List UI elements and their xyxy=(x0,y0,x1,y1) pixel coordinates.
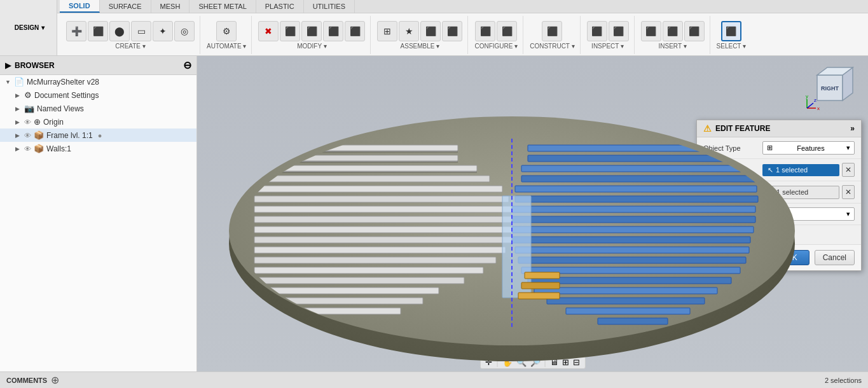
sidebar-item-origin[interactable]: ▶ 👁 ⊕ Origin xyxy=(0,115,196,128)
assemble-new-icon[interactable]: ⊞ xyxy=(377,21,397,41)
configure-1-icon[interactable]: ⬛ xyxy=(475,21,495,41)
browser-header-left: ▶ BROWSER xyxy=(5,61,55,70)
origin-label: Origin xyxy=(43,118,64,127)
insert-dxf-icon[interactable]: ⬛ xyxy=(663,21,683,41)
svg-rect-20 xyxy=(521,165,757,172)
automate-icon[interactable]: ⚙ xyxy=(216,21,237,41)
svg-rect-13 xyxy=(254,267,483,274)
design-arrow: ▾ xyxy=(41,24,45,31)
svg-rect-32 xyxy=(534,288,717,294)
select-icons: ⬛ xyxy=(721,21,741,41)
cancel-button[interactable]: Cancel xyxy=(815,250,855,265)
tab-solid[interactable]: SOLID xyxy=(60,0,100,13)
configure-label: CONFIGURE ▾ xyxy=(474,43,518,50)
inspect-analysis-icon[interactable]: ⬛ xyxy=(609,21,629,41)
sidebar-item-walls[interactable]: ▶ 👁 📦 Walls:1 xyxy=(0,142,196,155)
origin-visibility-icon[interactable]: 👁 xyxy=(24,118,31,126)
inspect-measure-icon[interactable]: ⬛ xyxy=(587,21,607,41)
sidebar-item-named-views[interactable]: ▶ 📷 Named Views xyxy=(0,102,196,115)
configure-group: ⬛ ⬛ CONFIGURE ▾ xyxy=(469,16,523,54)
origin-expand-arrow[interactable]: ▶ xyxy=(15,119,22,125)
design-menu[interactable]: DESIGN ▾ xyxy=(0,0,57,55)
object-type-chevron: ▾ xyxy=(846,144,850,152)
tab-mesh[interactable]: MESH xyxy=(151,0,190,13)
modify-fillet-icon[interactable]: ⬛ xyxy=(280,21,300,41)
3d-scene xyxy=(223,88,801,368)
svg-rect-18 xyxy=(528,145,750,151)
frame-icon: 📦 xyxy=(34,130,44,140)
doc-expand-arrow[interactable]: ▶ xyxy=(15,92,22,99)
svg-rect-15 xyxy=(254,288,439,294)
tab-utilities[interactable]: UTILITIES xyxy=(304,0,355,13)
modify-delete-icon[interactable]: ✖ xyxy=(258,21,279,41)
frame-expand-arrow[interactable]: ▶ xyxy=(15,132,22,139)
modify-shell-icon[interactable]: ⬛ xyxy=(323,21,343,41)
named-views-expand-arrow[interactable]: ▶ xyxy=(15,106,22,112)
select-cursor-icon[interactable]: ⬛ xyxy=(721,21,741,41)
create-group: ➕ ⬛ ⬤ ▭ ✦ ◎ CREATE ▾ xyxy=(61,16,200,54)
sidebar-item-root[interactable]: ▼ 📄 McMurrayShelter v28 xyxy=(0,75,196,88)
viewcube-svg: RIGHT x y z xyxy=(804,62,855,113)
mirror-plane-clear-btn[interactable]: ✕ xyxy=(842,185,855,199)
object-type-value: Features xyxy=(797,144,824,152)
automate-label: AUTOMATE ▾ xyxy=(207,43,246,50)
insert-label: INSERT ▾ xyxy=(659,43,687,50)
walls-expand-arrow[interactable]: ▶ xyxy=(15,146,22,152)
assemble-align-icon[interactable]: ⬛ xyxy=(420,21,441,41)
tab-sheet-metal[interactable]: SHEET METAL xyxy=(189,0,256,13)
create-new-icon[interactable]: ➕ xyxy=(66,21,86,41)
svg-rect-14 xyxy=(254,277,464,284)
browser-header: ▶ BROWSER ⊖ xyxy=(0,56,196,75)
sidebar-item-doc-settings[interactable]: ▶ ⚙ Document Settings xyxy=(0,88,196,102)
create-extrude-icon[interactable]: ⬛ xyxy=(88,21,108,41)
browser-close-icon[interactable]: ⊖ xyxy=(183,59,191,71)
viewcube[interactable]: RIGHT x y z xyxy=(804,62,855,113)
svg-rect-9 xyxy=(254,226,515,233)
tab-surface[interactable]: SURFACE xyxy=(100,0,151,13)
svg-rect-5 xyxy=(254,186,502,192)
root-expand-arrow[interactable]: ▼ xyxy=(5,79,11,85)
comments-label: COMMENTS xyxy=(6,377,47,384)
assemble-motion-icon[interactable]: ⬛ xyxy=(442,21,462,41)
select-group: ⬛ SELECT ▾ xyxy=(712,16,752,54)
create-loft-icon[interactable]: ✦ xyxy=(153,21,173,41)
tab-plastic[interactable]: PLASTIC xyxy=(256,0,304,13)
modify-combine-icon[interactable]: ⬛ xyxy=(345,21,365,41)
comments-add-icon[interactable]: ⊕ xyxy=(51,374,59,386)
insert-svg-icon[interactable]: ⬛ xyxy=(641,21,661,41)
svg-rect-23 xyxy=(515,196,758,202)
tab-row: SOLID SURFACE MESH SHEET METAL PLASTIC U… xyxy=(57,0,868,13)
frame-visibility-icon[interactable]: 👁 xyxy=(24,132,31,139)
automate-icons: ⚙ xyxy=(216,21,237,41)
create-sweep-icon[interactable]: ▭ xyxy=(131,21,151,41)
browser-expand-icon[interactable]: ▶ xyxy=(5,61,11,70)
named-views-label: Named Views xyxy=(37,104,84,113)
panel-expand-icon[interactable]: » xyxy=(850,124,855,133)
configure-2-icon[interactable]: ⬛ xyxy=(497,21,517,41)
create-revolve-icon[interactable]: ⬤ xyxy=(109,21,130,41)
create-hole-icon[interactable]: ◎ xyxy=(174,21,195,41)
modify-chamfer-icon[interactable]: ⬛ xyxy=(301,21,322,41)
doc-settings-icon: ⚙ xyxy=(24,90,32,100)
select-label: SELECT ▾ xyxy=(717,43,747,50)
inspect-icons: ⬛ ⬛ xyxy=(587,21,629,41)
assemble-icons: ⊞ ★ ⬛ ⬛ xyxy=(377,21,462,41)
frame-record-icon[interactable]: ● xyxy=(98,132,102,139)
create-label: CREATE ▾ xyxy=(115,43,146,50)
viewport-display-icon[interactable]: ⊟ xyxy=(573,357,580,367)
svg-rect-19 xyxy=(528,155,757,162)
insert-decal-icon[interactable]: ⬛ xyxy=(684,21,705,41)
walls-visibility-icon[interactable]: 👁 xyxy=(24,145,31,153)
assemble-joint-icon[interactable]: ★ xyxy=(399,21,419,41)
svg-rect-37 xyxy=(525,272,560,279)
construct-plane-icon[interactable]: ⬛ xyxy=(542,21,562,41)
svg-rect-43 xyxy=(254,170,477,173)
automate-group: ⚙ AUTOMATE ▾ xyxy=(202,16,252,54)
viewport[interactable]: RIGHT x y z ✛ | ✋ 🔍 🔎 | 🖥 ⊞ ⊟ xyxy=(197,56,868,371)
walls-label: Walls:1 xyxy=(46,144,71,153)
svg-text:y: y xyxy=(806,94,808,99)
sidebar-item-frame[interactable]: ▶ 👁 📦 Frame lvl. 1:1 ● xyxy=(0,128,196,142)
objects-clear-btn[interactable]: ✕ xyxy=(842,163,855,177)
toolbar-groups: ➕ ⬛ ⬤ ▭ ✦ ◎ CREATE ▾ ⚙ AUTOMATE ▾ xyxy=(57,13,868,57)
create-icons: ➕ ⬛ ⬤ ▭ ✦ ◎ xyxy=(66,21,195,41)
